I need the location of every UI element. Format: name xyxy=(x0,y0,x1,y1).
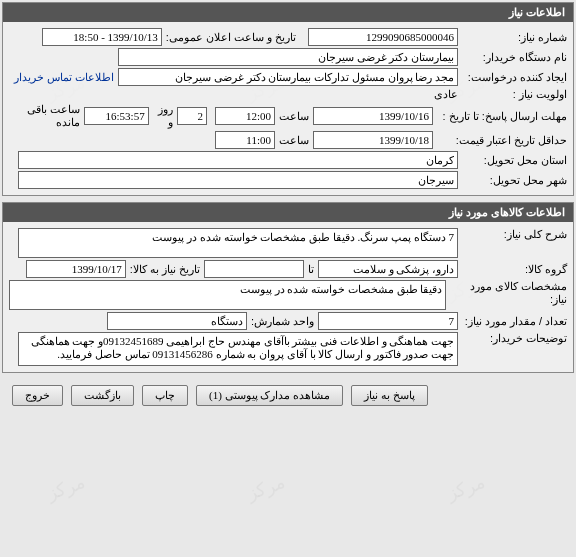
buyer-label: نام دستگاه خریدار: xyxy=(462,51,567,64)
remain-label: ساعت باقی مانده xyxy=(9,103,80,129)
print-button[interactable]: چاپ xyxy=(142,385,188,406)
deadline-time-field[interactable] xyxy=(215,107,275,125)
pub-date-label: تاریخ و ساعت اعلان عمومی: xyxy=(166,31,296,44)
time-label-1: ساعت xyxy=(279,110,309,123)
priority-value: عادی xyxy=(434,88,458,101)
unit-label: واحد شمارش: xyxy=(251,315,314,328)
back-button[interactable]: بازگشت xyxy=(71,385,134,406)
creator-label: ایجاد کننده درخواست: xyxy=(462,71,567,84)
desc-label: شرح کلی نیاز: xyxy=(462,228,567,241)
min-valid-time-field[interactable] xyxy=(215,131,275,149)
group-to-field[interactable] xyxy=(204,260,304,278)
req-no-label: شماره نیاز: xyxy=(462,31,567,44)
city-label: شهر محل تحویل: xyxy=(462,174,567,187)
buyer-field[interactable] xyxy=(118,48,458,66)
req-no-field[interactable] xyxy=(308,28,458,46)
pub-date-field[interactable] xyxy=(42,28,162,46)
notes-label: توضیحات خریدار: xyxy=(462,332,567,345)
time-label-2: ساعت xyxy=(279,134,309,147)
desc-field[interactable] xyxy=(18,228,458,258)
button-bar: پاسخ به نیاز مشاهده مدارک پیوستی (1) چاپ… xyxy=(2,379,574,412)
need-date-label: تاریخ نیاز به کالا: xyxy=(130,263,200,276)
goods-info-panel: اطلاعات کالاهای مورد نیاز شرح کلی نیاز: … xyxy=(2,202,574,373)
group-label: گروه کالا: xyxy=(462,263,567,276)
province-label: استان محل تحویل: xyxy=(462,154,567,167)
buyer-contact-link[interactable]: اطلاعات تماس خریدار xyxy=(14,71,114,84)
notes-field[interactable] xyxy=(18,332,458,366)
min-valid-date-field[interactable] xyxy=(313,131,433,149)
deadline-date-field[interactable] xyxy=(313,107,433,125)
spec-label: مشخصات کالای مورد نیاز: xyxy=(450,280,567,306)
spec-field[interactable] xyxy=(9,280,446,310)
need-info-header: اطلاعات نیاز xyxy=(3,3,573,22)
min-valid-label: حداقل تاریخ اعتبار قیمت: xyxy=(437,134,567,147)
need-info-panel: اطلاعات نیاز شماره نیاز: تاریخ و ساعت اع… xyxy=(2,2,574,196)
need-date-field[interactable] xyxy=(26,260,126,278)
group-field[interactable] xyxy=(318,260,458,278)
priority-label: اولویت نیاز : xyxy=(462,88,567,101)
province-field[interactable] xyxy=(18,151,458,169)
days-label: روز و xyxy=(153,103,173,129)
remain-time-field[interactable] xyxy=(84,107,149,125)
qty-label: تعداد / مقدار مورد نیاز: xyxy=(462,315,567,328)
exit-button[interactable]: خروج xyxy=(12,385,63,406)
unit-field[interactable] xyxy=(107,312,247,330)
deadline-label: مهلت ارسال پاسخ: تا تاریخ : xyxy=(437,110,567,123)
reply-button[interactable]: پاسخ به نیاز xyxy=(351,385,428,406)
goods-info-header: اطلاعات کالاهای مورد نیاز xyxy=(3,203,573,222)
creator-field[interactable] xyxy=(118,68,458,86)
to-label: تا xyxy=(308,263,314,276)
qty-field[interactable] xyxy=(318,312,458,330)
city-field[interactable] xyxy=(18,171,458,189)
attachments-button[interactable]: مشاهده مدارک پیوستی (1) xyxy=(196,385,343,406)
days-remaining-field[interactable] xyxy=(177,107,207,125)
